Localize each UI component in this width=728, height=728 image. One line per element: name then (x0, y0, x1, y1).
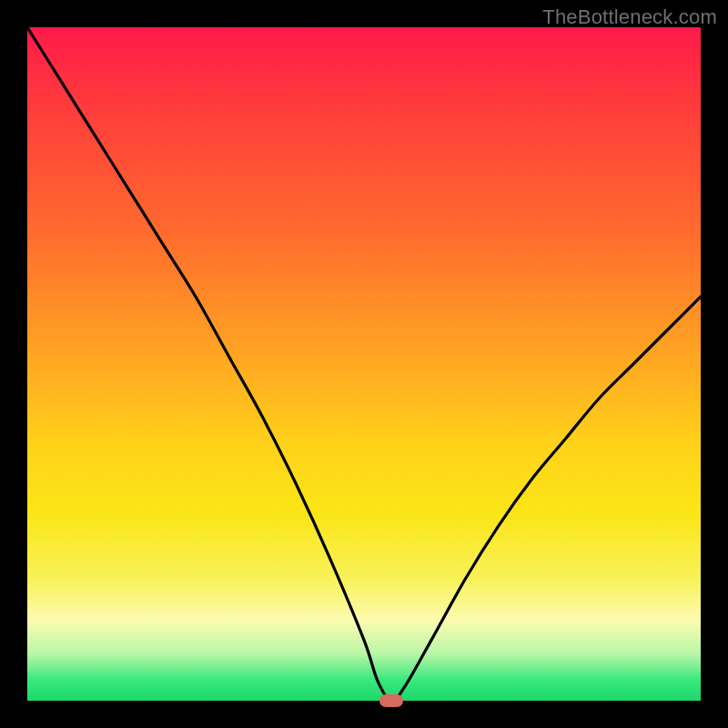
chart-frame: TheBottleneck.com (0, 0, 728, 728)
bottleneck-curve (27, 27, 701, 701)
watermark-text: TheBottleneck.com (542, 5, 717, 29)
plot-area (27, 27, 701, 701)
minimum-marker (379, 694, 403, 707)
